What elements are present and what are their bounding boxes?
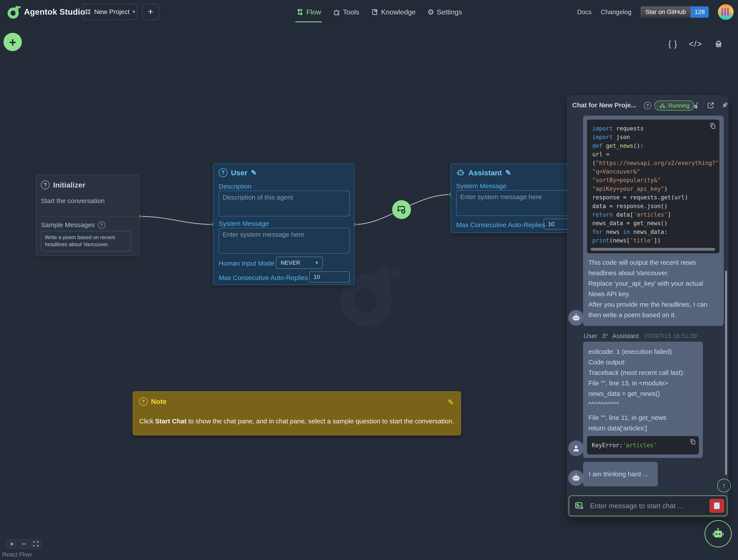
pin-icon[interactable] <box>721 101 729 109</box>
error-output-text: exitcode: 1 (execution failed)Code outpu… <box>588 346 699 434</box>
github-star-label: Star on GitHub <box>641 6 691 18</box>
bot-avatar <box>568 470 584 486</box>
user-chat-avatar <box>568 441 584 456</box>
user-avatar[interactable] <box>718 4 734 20</box>
max-replies-label: Max Consecutive Auto-Replies <box>219 274 308 282</box>
chat-toggle-fab[interactable] <box>705 520 732 547</box>
edge-chat-config-button[interactable] <box>392 200 411 219</box>
stop-icon <box>714 503 720 509</box>
node-note[interactable]: ? Note ✎ Click Start Chat to show the ch… <box>132 391 461 436</box>
node-user[interactable]: ? User ✎ Description System Message Huma… <box>213 164 355 285</box>
clear-chat-icon[interactable] <box>692 101 700 109</box>
description-label: Description <box>219 183 252 190</box>
code-block: import requestsimport jsondef get_news()… <box>587 119 719 253</box>
tab-flow[interactable]: Flow <box>296 0 321 24</box>
description-input[interactable] <box>219 191 350 216</box>
conversation-divider: User Assistant 2024/7/15 16:51:39 <box>584 332 697 340</box>
divider-user-label: User <box>584 332 597 340</box>
chat-input-bar <box>569 496 727 516</box>
topbar: Agentok Studio New Project ▾ + <box>0 0 738 24</box>
brand-title: Agentok Studio <box>24 7 85 17</box>
chat-message-user: exitcode: 1 (execution failed)Code outpu… <box>583 342 703 458</box>
node-initializer[interactable]: ? Initializer Start the conversation Sam… <box>36 175 140 256</box>
divider-assistant-label: Assistant <box>612 332 639 340</box>
chat-message-thinking: I am thinking hard ... <box>583 462 658 486</box>
timestamp: 2024/7/15 16:51:39 <box>644 332 697 339</box>
edit-pencil-icon[interactable]: ✎ <box>251 169 257 176</box>
initializer-title: Initializer <box>53 181 85 189</box>
topbar-right: Docs Changelog Star on GitHub 128 <box>577 0 734 24</box>
robot-icon <box>711 527 725 541</box>
edit-pencil-icon[interactable]: ✎ <box>448 398 454 406</box>
assistant-node-title: Assistant <box>468 169 502 177</box>
tab-knowledge[interactable]: Knowledge <box>371 0 415 24</box>
attach-image-icon[interactable] <box>575 501 585 511</box>
flow-icon <box>296 8 304 16</box>
chevron-down-icon: ▾ <box>316 260 318 266</box>
github-star-button[interactable]: Star on GitHub 128 <box>641 6 709 18</box>
human-input-mode-select[interactable]: NEVER ▾ <box>276 257 323 269</box>
open-external-icon[interactable] <box>707 101 715 109</box>
tab-settings[interactable]: ⚙ Settings <box>427 0 462 24</box>
note-text: Click Start Chat to show the chat pane, … <box>139 417 456 425</box>
chat-message-assistant: import requestsimport jsondef get_news()… <box>583 115 724 326</box>
project-name: New Project <box>94 8 129 16</box>
brand[interactable]: Agentok Studio <box>7 0 85 24</box>
agentok-studio-app: Agentok Studio New Project ▾ + <box>0 0 738 560</box>
horizontal-scrollbar[interactable] <box>591 248 715 251</box>
max-replies-input[interactable]: 10 <box>309 271 350 282</box>
canvas-toolbar: { } </> <box>668 39 724 49</box>
main-nav: Flow Tools Knowledge <box>296 0 462 24</box>
user-node-title: User <box>231 169 248 177</box>
sample-messages-label: Sample Messages ? <box>41 221 105 229</box>
help-circle-icon[interactable]: ? <box>644 102 651 109</box>
tab-tools-label: Tools <box>343 8 359 16</box>
zoom-controls: + − <box>6 539 41 549</box>
book-icon <box>371 8 378 16</box>
sample-messages-input[interactable]: Write a poem based on recent headlines a… <box>41 231 131 251</box>
keyerror-code-block: KeyError: 'articles' <box>587 436 699 455</box>
stop-button[interactable] <box>709 499 724 513</box>
chat-message-input[interactable] <box>590 502 709 510</box>
docs-link[interactable]: Docs <box>577 9 592 16</box>
human-input-mode-label: Human Input Mode <box>219 260 274 267</box>
new-project-button[interactable]: + <box>142 4 159 20</box>
divider <box>36 216 139 217</box>
tab-knowledge-label: Knowledge <box>381 8 415 16</box>
scroll-to-top-button[interactable]: ↑ <box>717 479 731 492</box>
robot-icon <box>456 168 465 177</box>
copy-icon[interactable] <box>689 438 696 445</box>
tab-settings-label: Settings <box>437 8 462 16</box>
changelog-link[interactable]: Changelog <box>601 9 631 16</box>
vertical-scrollbar[interactable] <box>725 271 727 475</box>
user-voice-icon <box>601 332 608 339</box>
bot-avatar <box>568 310 584 326</box>
system-message-label: System Message <box>219 220 269 227</box>
help-circle-icon: ? <box>219 168 228 177</box>
chat-gear-icon <box>396 204 407 215</box>
max-replies-label: Max Consecutive Auto-Replies <box>456 221 545 229</box>
zoom-in-button[interactable]: + <box>6 539 17 549</box>
edit-pencil-icon[interactable]: ✎ <box>505 169 511 176</box>
system-message-label: System Message <box>456 182 506 190</box>
initializer-subtitle: Start the conversation <box>41 197 105 205</box>
help-circle-icon: ? <box>41 181 50 189</box>
grid-icon <box>84 9 91 15</box>
github-star-count: 128 <box>691 6 709 18</box>
gear-icon: ⚙ <box>427 8 434 16</box>
code-view-icon[interactable]: </> <box>689 39 702 49</box>
agentok-logo-icon <box>7 5 21 19</box>
status-label: Running <box>668 102 690 109</box>
system-message-input[interactable] <box>219 228 350 254</box>
fit-view-button[interactable] <box>30 539 41 549</box>
chat-panel: Chat for New Proje... ? Running <box>567 95 728 517</box>
chat-title: Chat for New Proje... <box>572 101 636 109</box>
json-view-icon[interactable]: { } <box>668 39 678 49</box>
react-flow-attribution: React Flow <box>2 551 32 558</box>
tab-tools[interactable]: Tools <box>333 0 359 24</box>
zoom-out-button[interactable]: − <box>18 539 29 549</box>
project-selector[interactable]: New Project ▾ <box>83 4 137 20</box>
incognito-icon[interactable] <box>714 39 724 49</box>
add-node-button[interactable]: + <box>3 33 22 51</box>
keyerror-text: KeyError: 'articles' <box>592 436 657 455</box>
